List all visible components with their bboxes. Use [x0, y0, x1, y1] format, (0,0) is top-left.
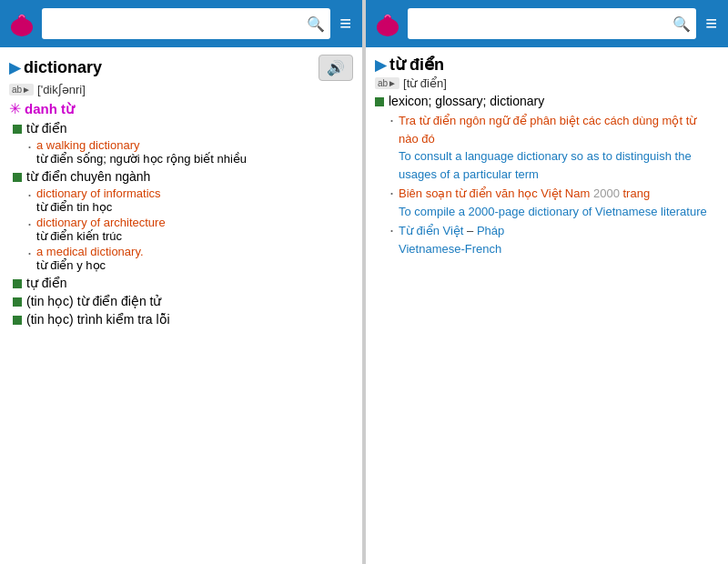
right-vn-2: Biên soạn từ điển văn học Việt Nam 2000 …: [399, 185, 707, 203]
left-pronunciation: ab► ['dikʃənri]: [9, 83, 353, 96]
right-search-bar[interactable]: 🔍: [408, 8, 696, 39]
left-word-header: ▶ dictionary 🔊: [9, 55, 353, 81]
right-dot-2: ·: [389, 185, 394, 201]
right-en-3: Vietnamese-French: [399, 240, 504, 258]
def-text-1: từ điển: [26, 121, 66, 136]
right-arrow-icon: ▶: [375, 56, 386, 74]
right-example-2: · Biên soạn từ điển văn học Việt Nam 200…: [389, 185, 719, 220]
app-logo-left: [7, 9, 36, 38]
example-1-1-text: a walking dictionary từ điển sống; người…: [36, 138, 247, 166]
right-pron-text: [từ điển]: [403, 76, 447, 90]
right-panel: 🔍 ≡ ▶ từ điển ab► [từ điển] lexicon; glo…: [366, 0, 728, 564]
right-vn-2-part2: trang: [622, 186, 650, 200]
right-example-3: · Từ điển Việt – Pháp Vietnamese-French: [389, 222, 719, 257]
right-en-2: To compile a 2000-page dictionary of Vie…: [399, 203, 707, 221]
left-search-bar[interactable]: 🔍: [42, 8, 330, 39]
def-main-4: (tin học) từ điển điện tử: [13, 294, 353, 308]
right-link-vn[interactable]: Từ điển Việt: [399, 224, 463, 237]
dot-icon-2-1: ·: [27, 186, 32, 203]
right-word-title: ▶ từ điển: [375, 55, 444, 75]
left-pron-tag: ab►: [9, 84, 34, 96]
example-en-2-3: a medical dictionary.: [36, 245, 144, 258]
def-text-4: (tin học) từ điển điện tử: [26, 294, 162, 308]
right-menu-button[interactable]: ≡: [702, 10, 721, 37]
left-panel: 🔍 ≡ ▶ dictionary 🔊 ab► ['dikʃənri] ✳ dan…: [0, 0, 362, 564]
def-bullet-3: [13, 279, 22, 288]
left-header: 🔍 ≡: [0, 0, 362, 47]
left-pos-line: ✳ danh từ: [9, 100, 353, 117]
right-vn-3: Từ điển Việt – Pháp: [399, 222, 504, 240]
right-synonym-text: lexicon; glossary; dictionary: [389, 94, 544, 108]
example-2-3: · a medical dictionary. từ điển y học: [27, 245, 353, 272]
left-pos-text: danh từ: [25, 101, 75, 117]
def-bullet-5: [13, 316, 22, 325]
def-text-3: tự điển: [26, 276, 66, 290]
right-vn-2-part1: Biên soạn từ điển văn học Việt Nam: [399, 186, 590, 200]
def-bullet-2: [13, 173, 22, 182]
example-vn-1-1: từ điển sống; người học rộng biết nhiều: [36, 152, 247, 166]
def-block-5: (tin học) trình kiểm tra lỗi: [13, 312, 353, 327]
def-block-4: (tin học) từ điển điện tử: [13, 294, 353, 308]
example-vn-2-3: từ điển y học: [36, 258, 144, 272]
right-content: ▶ từ điển ab► [từ điển] lexicon; glossar…: [366, 47, 728, 564]
right-vn-2-num: 2000: [593, 186, 620, 200]
right-pron-tag: ab►: [375, 77, 399, 89]
example-en-2-1: dictionary of informatics: [36, 186, 161, 200]
right-word: từ điển: [389, 55, 444, 75]
right-dot-3: ·: [389, 222, 394, 238]
left-search-button[interactable]: 🔍: [307, 15, 325, 33]
def-text-2: từ điển chuyên ngành: [26, 169, 150, 184]
left-speaker-button[interactable]: 🔊: [318, 55, 353, 81]
right-dot-1: ·: [389, 112, 394, 128]
example-1-1: · a walking dictionary từ điển sống; ngư…: [27, 138, 353, 166]
def-main-1: từ điển: [13, 121, 353, 136]
right-synonym-line: lexicon; glossary; dictionary: [375, 94, 719, 108]
right-search-button[interactable]: 🔍: [672, 15, 691, 33]
example-2-2: · dictionary of architecture từ điển kiế…: [27, 216, 353, 243]
def-main-5: (tin học) trình kiểm tra lỗi: [13, 312, 353, 327]
def-bullet-4: [13, 297, 22, 307]
left-pos-star: ✳: [9, 100, 21, 117]
right-search-input[interactable]: [413, 16, 672, 31]
dot-icon-2-3: ·: [27, 245, 32, 261]
dot-icon-2-2: ·: [27, 216, 32, 232]
right-header: 🔍 ≡: [366, 0, 728, 47]
right-syn-bullet: [375, 97, 384, 106]
left-menu-button[interactable]: ≡: [336, 10, 355, 37]
right-dash: –: [467, 224, 477, 237]
left-search-input[interactable]: [47, 16, 307, 31]
right-example-1: · Tra từ điển ngôn ngữ để phân biệt các …: [389, 112, 719, 183]
example-2-1: · dictionary of informatics từ điển tin …: [27, 186, 353, 214]
right-vn-1: Tra từ điển ngôn ngữ để phân biệt các cá…: [399, 112, 719, 147]
example-vn-2-1: từ điển tin học: [36, 200, 161, 214]
right-en-1: To consult a language dictionary so as t…: [399, 147, 719, 183]
def-block-1: từ điển · a walking dictionary từ điển s…: [13, 121, 353, 166]
def-main-2: từ điển chuyên ngành: [13, 169, 353, 184]
right-word-header: ▶ từ điển: [375, 55, 719, 75]
dot-icon: ·: [27, 138, 32, 155]
example-vn-2-2: từ điển kiến trúc: [36, 229, 166, 243]
def-bullet-1: [13, 125, 22, 134]
left-word-title: ▶ dictionary: [9, 58, 102, 77]
left-arrow-icon: ▶: [9, 59, 20, 76]
def-main-3: tự điển: [13, 276, 353, 290]
left-content: ▶ dictionary 🔊 ab► ['dikʃənri] ✳ danh từ…: [0, 47, 362, 564]
right-pronunciation: ab► [từ điển]: [375, 76, 719, 90]
app-logo-right: [373, 9, 402, 38]
def-block-3: tự điển: [13, 276, 353, 290]
left-pron-text: ['dikʃənri]: [37, 83, 86, 96]
example-en-1-1: a walking dictionary: [36, 138, 247, 152]
left-word: dictionary: [24, 58, 102, 77]
example-en-2-2: dictionary of architecture: [36, 216, 166, 229]
def-block-2: từ điển chuyên ngành · dictionary of inf…: [13, 169, 353, 272]
def-text-5: (tin học) trình kiểm tra lỗi: [26, 312, 170, 327]
right-link-en[interactable]: Pháp: [477, 224, 504, 237]
